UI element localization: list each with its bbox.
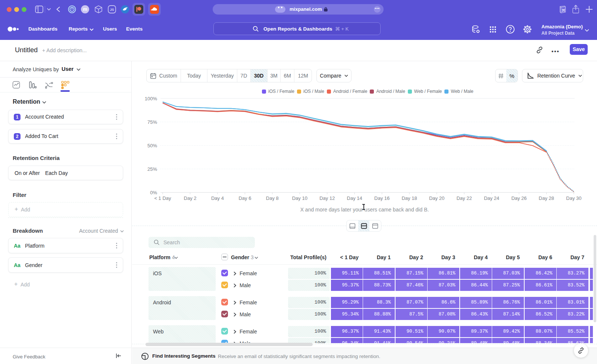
svg-text:Day 6: Day 6 — [238, 195, 251, 201]
svg-text:Day 16: Day 16 — [374, 195, 390, 201]
svg-text:Day 10: Day 10 — [292, 195, 307, 201]
svg-text:Day 28: Day 28 — [539, 195, 554, 201]
svg-text:25%: 25% — [147, 166, 157, 172]
svg-text:0%: 0% — [150, 190, 157, 195]
svg-text:Day 4: Day 4 — [211, 195, 224, 201]
svg-text:50%: 50% — [147, 143, 157, 148]
svg-text:Day 14: Day 14 — [347, 195, 362, 201]
svg-text:75%: 75% — [147, 119, 157, 125]
svg-text:Day 26: Day 26 — [511, 195, 526, 201]
svg-text:< 1 Day: < 1 Day — [154, 195, 171, 201]
svg-text:Day 22: Day 22 — [456, 195, 472, 201]
svg-text:Day 2: Day 2 — [184, 195, 197, 201]
svg-text:Day 8: Day 8 — [266, 195, 279, 201]
svg-text:Day 12: Day 12 — [319, 195, 335, 201]
svg-text:Day 24: Day 24 — [484, 195, 499, 201]
svg-text:Day 20: Day 20 — [429, 195, 444, 201]
svg-text:100%: 100% — [145, 96, 157, 101]
svg-text:Day 30: Day 30 — [566, 195, 581, 201]
svg-text:N: N — [562, 8, 565, 12]
svg-text:Day 18: Day 18 — [401, 195, 417, 201]
svg-text:JS: JS — [110, 8, 114, 12]
